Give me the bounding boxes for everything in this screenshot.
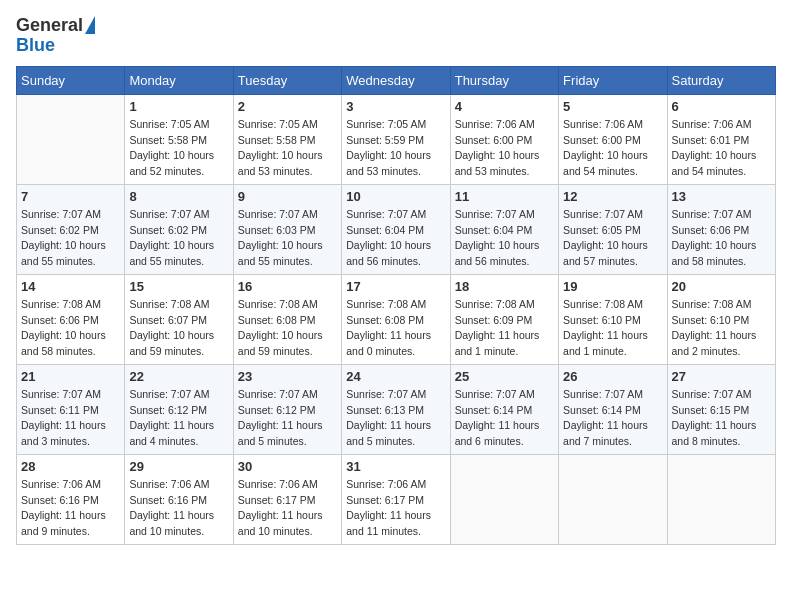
- calendar-table: SundayMondayTuesdayWednesdayThursdayFrid…: [16, 66, 776, 545]
- calendar-week-row: 28Sunrise: 7:06 AMSunset: 6:16 PMDayligh…: [17, 454, 776, 544]
- calendar-cell: [559, 454, 667, 544]
- calendar-cell: 29Sunrise: 7:06 AMSunset: 6:16 PMDayligh…: [125, 454, 233, 544]
- logo-general: General: [16, 16, 83, 36]
- day-info: Sunrise: 7:07 AMSunset: 6:14 PMDaylight:…: [455, 387, 554, 450]
- calendar-cell: 24Sunrise: 7:07 AMSunset: 6:13 PMDayligh…: [342, 364, 450, 454]
- calendar-header-row: SundayMondayTuesdayWednesdayThursdayFrid…: [17, 66, 776, 94]
- day-info: Sunrise: 7:07 AMSunset: 6:12 PMDaylight:…: [129, 387, 228, 450]
- calendar-cell: 21Sunrise: 7:07 AMSunset: 6:11 PMDayligh…: [17, 364, 125, 454]
- day-number: 28: [21, 459, 120, 474]
- header-day-monday: Monday: [125, 66, 233, 94]
- calendar-cell: 7Sunrise: 7:07 AMSunset: 6:02 PMDaylight…: [17, 184, 125, 274]
- calendar-cell: 6Sunrise: 7:06 AMSunset: 6:01 PMDaylight…: [667, 94, 775, 184]
- day-number: 5: [563, 99, 662, 114]
- calendar-cell: 10Sunrise: 7:07 AMSunset: 6:04 PMDayligh…: [342, 184, 450, 274]
- header-day-tuesday: Tuesday: [233, 66, 341, 94]
- calendar-cell: 14Sunrise: 7:08 AMSunset: 6:06 PMDayligh…: [17, 274, 125, 364]
- day-number: 24: [346, 369, 445, 384]
- calendar-cell: [667, 454, 775, 544]
- day-number: 10: [346, 189, 445, 204]
- page-header: General Blue: [16, 16, 776, 56]
- calendar-cell: 5Sunrise: 7:06 AMSunset: 6:00 PMDaylight…: [559, 94, 667, 184]
- day-info: Sunrise: 7:05 AMSunset: 5:58 PMDaylight:…: [129, 117, 228, 180]
- calendar-week-row: 7Sunrise: 7:07 AMSunset: 6:02 PMDaylight…: [17, 184, 776, 274]
- calendar-cell: 8Sunrise: 7:07 AMSunset: 6:02 PMDaylight…: [125, 184, 233, 274]
- calendar-cell: 15Sunrise: 7:08 AMSunset: 6:07 PMDayligh…: [125, 274, 233, 364]
- calendar-cell: 22Sunrise: 7:07 AMSunset: 6:12 PMDayligh…: [125, 364, 233, 454]
- day-number: 23: [238, 369, 337, 384]
- day-number: 25: [455, 369, 554, 384]
- day-number: 31: [346, 459, 445, 474]
- day-info: Sunrise: 7:07 AMSunset: 6:13 PMDaylight:…: [346, 387, 445, 450]
- header-day-sunday: Sunday: [17, 66, 125, 94]
- day-info: Sunrise: 7:05 AMSunset: 5:58 PMDaylight:…: [238, 117, 337, 180]
- day-info: Sunrise: 7:05 AMSunset: 5:59 PMDaylight:…: [346, 117, 445, 180]
- calendar-cell: 3Sunrise: 7:05 AMSunset: 5:59 PMDaylight…: [342, 94, 450, 184]
- day-number: 13: [672, 189, 771, 204]
- header-day-friday: Friday: [559, 66, 667, 94]
- day-number: 27: [672, 369, 771, 384]
- day-info: Sunrise: 7:06 AMSunset: 6:17 PMDaylight:…: [346, 477, 445, 540]
- calendar-cell: [17, 94, 125, 184]
- day-number: 3: [346, 99, 445, 114]
- day-info: Sunrise: 7:06 AMSunset: 6:17 PMDaylight:…: [238, 477, 337, 540]
- day-info: Sunrise: 7:07 AMSunset: 6:02 PMDaylight:…: [129, 207, 228, 270]
- day-number: 7: [21, 189, 120, 204]
- calendar-cell: 1Sunrise: 7:05 AMSunset: 5:58 PMDaylight…: [125, 94, 233, 184]
- day-info: Sunrise: 7:07 AMSunset: 6:03 PMDaylight:…: [238, 207, 337, 270]
- calendar-cell: 9Sunrise: 7:07 AMSunset: 6:03 PMDaylight…: [233, 184, 341, 274]
- day-info: Sunrise: 7:07 AMSunset: 6:06 PMDaylight:…: [672, 207, 771, 270]
- day-number: 22: [129, 369, 228, 384]
- day-number: 16: [238, 279, 337, 294]
- calendar-cell: 18Sunrise: 7:08 AMSunset: 6:09 PMDayligh…: [450, 274, 558, 364]
- day-info: Sunrise: 7:08 AMSunset: 6:08 PMDaylight:…: [238, 297, 337, 360]
- calendar-cell: 31Sunrise: 7:06 AMSunset: 6:17 PMDayligh…: [342, 454, 450, 544]
- calendar-cell: 11Sunrise: 7:07 AMSunset: 6:04 PMDayligh…: [450, 184, 558, 274]
- day-info: Sunrise: 7:08 AMSunset: 6:10 PMDaylight:…: [563, 297, 662, 360]
- day-info: Sunrise: 7:08 AMSunset: 6:08 PMDaylight:…: [346, 297, 445, 360]
- header-day-saturday: Saturday: [667, 66, 775, 94]
- day-number: 15: [129, 279, 228, 294]
- logo-blue: Blue: [16, 36, 55, 56]
- header-day-thursday: Thursday: [450, 66, 558, 94]
- day-number: 29: [129, 459, 228, 474]
- day-info: Sunrise: 7:07 AMSunset: 6:11 PMDaylight:…: [21, 387, 120, 450]
- logo: General Blue: [16, 16, 95, 56]
- day-info: Sunrise: 7:07 AMSunset: 6:12 PMDaylight:…: [238, 387, 337, 450]
- day-number: 11: [455, 189, 554, 204]
- calendar-cell: 17Sunrise: 7:08 AMSunset: 6:08 PMDayligh…: [342, 274, 450, 364]
- day-number: 8: [129, 189, 228, 204]
- calendar-cell: 20Sunrise: 7:08 AMSunset: 6:10 PMDayligh…: [667, 274, 775, 364]
- day-info: Sunrise: 7:06 AMSunset: 6:16 PMDaylight:…: [129, 477, 228, 540]
- day-number: 20: [672, 279, 771, 294]
- calendar-cell: 23Sunrise: 7:07 AMSunset: 6:12 PMDayligh…: [233, 364, 341, 454]
- calendar-cell: 27Sunrise: 7:07 AMSunset: 6:15 PMDayligh…: [667, 364, 775, 454]
- day-number: 14: [21, 279, 120, 294]
- day-number: 2: [238, 99, 337, 114]
- day-number: 26: [563, 369, 662, 384]
- day-info: Sunrise: 7:08 AMSunset: 6:09 PMDaylight:…: [455, 297, 554, 360]
- day-number: 6: [672, 99, 771, 114]
- day-info: Sunrise: 7:07 AMSunset: 6:05 PMDaylight:…: [563, 207, 662, 270]
- calendar-cell: 4Sunrise: 7:06 AMSunset: 6:00 PMDaylight…: [450, 94, 558, 184]
- day-info: Sunrise: 7:08 AMSunset: 6:07 PMDaylight:…: [129, 297, 228, 360]
- day-info: Sunrise: 7:08 AMSunset: 6:06 PMDaylight:…: [21, 297, 120, 360]
- day-info: Sunrise: 7:06 AMSunset: 6:00 PMDaylight:…: [563, 117, 662, 180]
- header-day-wednesday: Wednesday: [342, 66, 450, 94]
- day-info: Sunrise: 7:07 AMSunset: 6:15 PMDaylight:…: [672, 387, 771, 450]
- day-number: 18: [455, 279, 554, 294]
- day-info: Sunrise: 7:06 AMSunset: 6:01 PMDaylight:…: [672, 117, 771, 180]
- day-number: 12: [563, 189, 662, 204]
- calendar-week-row: 1Sunrise: 7:05 AMSunset: 5:58 PMDaylight…: [17, 94, 776, 184]
- calendar-cell: 13Sunrise: 7:07 AMSunset: 6:06 PMDayligh…: [667, 184, 775, 274]
- day-info: Sunrise: 7:06 AMSunset: 6:00 PMDaylight:…: [455, 117, 554, 180]
- logo-triangle-icon: [85, 16, 95, 34]
- calendar-cell: 30Sunrise: 7:06 AMSunset: 6:17 PMDayligh…: [233, 454, 341, 544]
- day-number: 21: [21, 369, 120, 384]
- day-info: Sunrise: 7:07 AMSunset: 6:04 PMDaylight:…: [346, 207, 445, 270]
- calendar-week-row: 14Sunrise: 7:08 AMSunset: 6:06 PMDayligh…: [17, 274, 776, 364]
- calendar-cell: [450, 454, 558, 544]
- calendar-cell: 2Sunrise: 7:05 AMSunset: 5:58 PMDaylight…: [233, 94, 341, 184]
- calendar-cell: 19Sunrise: 7:08 AMSunset: 6:10 PMDayligh…: [559, 274, 667, 364]
- day-info: Sunrise: 7:06 AMSunset: 6:16 PMDaylight:…: [21, 477, 120, 540]
